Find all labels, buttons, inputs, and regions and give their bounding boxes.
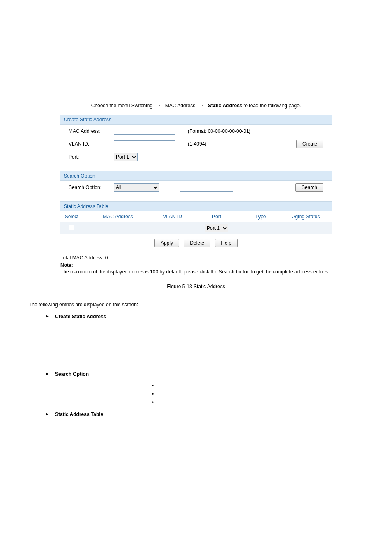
col-port: Port	[192, 211, 241, 222]
cell-type	[241, 222, 280, 234]
bullet-icon: •	[152, 383, 347, 389]
search-button[interactable]: Search	[295, 183, 323, 192]
chevron-icon: ➤	[45, 314, 55, 319]
select-all-checkbox[interactable]	[69, 225, 74, 230]
col-select: Select	[60, 211, 83, 222]
search-text-input[interactable]	[180, 184, 233, 192]
chevron-icon: ➤	[45, 371, 55, 377]
cell-aging	[280, 222, 332, 234]
group-table-label: Static Address Table	[55, 412, 137, 417]
breadcrumb-last: Static Address	[208, 103, 242, 109]
description-intro: The following entries are displayed on t…	[29, 302, 363, 308]
mac-address-hint: (Format: 00-00-00-00-00-01)	[188, 128, 278, 134]
search-option-label: Search Option:	[69, 185, 114, 190]
table-section-header: Static Address Table	[60, 201, 332, 211]
note-body: The maximum of the displayed entries is …	[60, 269, 332, 275]
bullet-icon: •	[152, 400, 347, 405]
create-section-header: Create Static Address	[60, 115, 332, 125]
vlan-id-hint: (1-4094)	[188, 141, 278, 147]
note-title: Note:	[60, 262, 332, 268]
mac-address-label: MAC Address:	[69, 128, 114, 134]
cell-mac	[83, 222, 153, 234]
cell-vlan	[153, 222, 192, 234]
col-aging: Aging Status	[280, 211, 332, 222]
port-select[interactable]: Port 1	[114, 153, 138, 161]
chevron-icon: ➤	[45, 412, 55, 417]
help-button[interactable]: Help	[215, 239, 238, 247]
total-mac-address: Total MAC Address: 0	[60, 252, 332, 261]
vlan-id-input[interactable]	[114, 140, 175, 148]
delete-button[interactable]: Delete	[184, 239, 210, 247]
figure-caption: Figure 5-13 Static Address	[29, 284, 363, 289]
arrow-icon: →	[157, 103, 161, 109]
breadcrumb-part-3: to load the following page.	[244, 103, 301, 109]
port-label: Port:	[69, 154, 114, 160]
search-option-select[interactable]: All	[114, 183, 159, 192]
group-create-label: Create Static Address	[55, 314, 137, 319]
col-vlan: VLAN ID	[153, 211, 192, 222]
breadcrumb-part-1: Choose the menu Switching	[91, 103, 152, 109]
table-row: Port 1	[60, 222, 332, 234]
apply-button[interactable]: Apply	[154, 239, 179, 247]
vlan-id-label: VLAN ID:	[69, 141, 114, 147]
create-button[interactable]: Create	[296, 140, 323, 148]
breadcrumb-part-2: MAC Address	[165, 103, 195, 109]
breadcrumb: Choose the menu Switching → MAC Address …	[29, 103, 363, 109]
bullet-icon: •	[152, 391, 347, 397]
col-type: Type	[241, 211, 280, 222]
search-section-header: Search Option	[60, 171, 332, 181]
arrow-icon: →	[199, 103, 204, 109]
group-search-label: Search Option	[55, 371, 137, 377]
col-mac: MAC Address	[83, 211, 153, 222]
row-port-select[interactable]: Port 1	[205, 224, 228, 232]
mac-address-input[interactable]	[114, 127, 175, 135]
